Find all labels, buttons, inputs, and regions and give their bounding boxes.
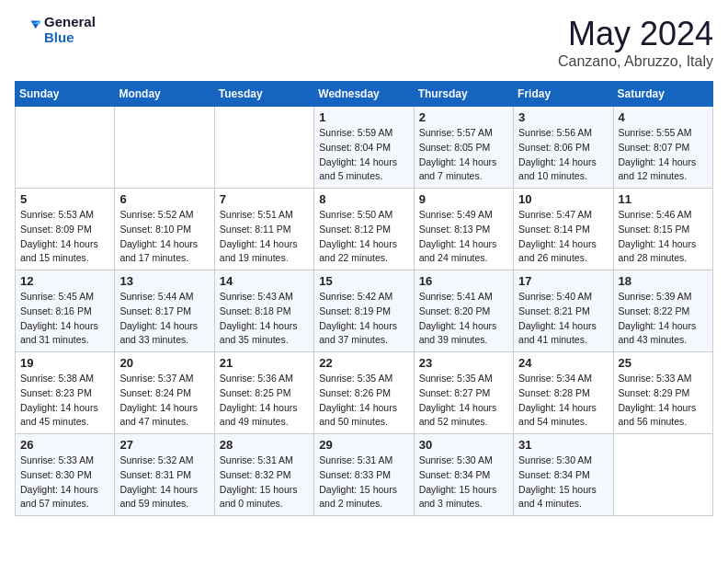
day-info: Sunrise: 5:38 AM Sunset: 8:23 PM Dayligh… [20, 372, 109, 430]
day-info: Sunrise: 5:41 AM Sunset: 8:20 PM Dayligh… [419, 290, 508, 348]
calendar-cell: 6Sunrise: 5:52 AM Sunset: 8:10 PM Daylig… [115, 189, 214, 270]
day-number: 12 [20, 274, 109, 288]
day-info: Sunrise: 5:30 AM Sunset: 8:34 PM Dayligh… [419, 454, 508, 511]
logo-text: General Blue [44, 15, 96, 45]
month-title: May 2024 [558, 15, 713, 53]
calendar-cell: 19Sunrise: 5:38 AM Sunset: 8:23 PM Dayli… [16, 352, 115, 434]
day-number: 4 [619, 110, 708, 124]
day-info: Sunrise: 5:42 AM Sunset: 8:19 PM Dayligh… [319, 290, 408, 348]
calendar-cell [613, 434, 712, 516]
day-info: Sunrise: 5:43 AM Sunset: 8:18 PM Dayligh… [220, 290, 309, 348]
day-info: Sunrise: 5:44 AM Sunset: 8:17 PM Dayligh… [119, 290, 209, 348]
day-info: Sunrise: 5:33 AM Sunset: 8:30 PM Dayligh… [20, 454, 109, 511]
calendar-cell: 23Sunrise: 5:35 AM Sunset: 8:27 PM Dayli… [414, 352, 513, 434]
calendar-cell: 25Sunrise: 5:33 AM Sunset: 8:29 PM Dayli… [613, 352, 712, 434]
day-info: Sunrise: 5:33 AM Sunset: 8:29 PM Dayligh… [619, 372, 708, 430]
calendar-cell: 22Sunrise: 5:35 AM Sunset: 8:26 PM Dayli… [314, 352, 414, 434]
page-header: General Blue May 2024 Canzano, Abruzzo, … [15, 15, 713, 70]
calendar-cell: 29Sunrise: 5:31 AM Sunset: 8:33 PM Dayli… [314, 434, 414, 516]
day-number: 15 [319, 274, 408, 288]
day-number: 14 [220, 274, 309, 288]
day-info: Sunrise: 5:40 AM Sunset: 8:21 PM Dayligh… [518, 290, 608, 348]
calendar-cell [115, 107, 214, 189]
day-info: Sunrise: 5:56 AM Sunset: 8:06 PM Dayligh… [518, 126, 608, 184]
day-number: 10 [518, 192, 608, 206]
calendar-cell: 5Sunrise: 5:53 AM Sunset: 8:09 PM Daylig… [16, 189, 115, 270]
day-number: 27 [119, 438, 209, 452]
calendar-cell [16, 107, 115, 189]
day-number: 9 [419, 192, 508, 206]
day-number: 26 [20, 438, 109, 452]
calendar-cell: 30Sunrise: 5:30 AM Sunset: 8:34 PM Dayli… [414, 434, 513, 516]
day-info: Sunrise: 5:46 AM Sunset: 8:15 PM Dayligh… [619, 208, 708, 266]
day-number: 8 [319, 192, 408, 206]
day-info: Sunrise: 5:55 AM Sunset: 8:07 PM Dayligh… [619, 126, 708, 184]
calendar-cell: 14Sunrise: 5:43 AM Sunset: 8:18 PM Dayli… [214, 270, 313, 352]
weekday-header-tuesday: Tuesday [214, 82, 313, 107]
day-number: 11 [619, 192, 708, 206]
day-number: 19 [20, 356, 109, 370]
calendar-cell: 3Sunrise: 5:56 AM Sunset: 8:06 PM Daylig… [514, 107, 613, 189]
calendar-cell: 10Sunrise: 5:47 AM Sunset: 8:14 PM Dayli… [514, 189, 613, 270]
day-info: Sunrise: 5:47 AM Sunset: 8:14 PM Dayligh… [518, 208, 608, 266]
day-info: Sunrise: 5:45 AM Sunset: 8:16 PM Dayligh… [20, 290, 109, 348]
calendar-cell: 8Sunrise: 5:50 AM Sunset: 8:12 PM Daylig… [314, 189, 414, 270]
calendar-cell: 11Sunrise: 5:46 AM Sunset: 8:15 PM Dayli… [613, 189, 712, 270]
weekday-header-saturday: Saturday [613, 82, 712, 107]
day-number: 20 [119, 356, 209, 370]
day-info: Sunrise: 5:52 AM Sunset: 8:10 PM Dayligh… [119, 208, 209, 266]
day-number: 16 [419, 274, 508, 288]
day-info: Sunrise: 5:30 AM Sunset: 8:34 PM Dayligh… [518, 454, 608, 511]
day-number: 2 [419, 110, 508, 124]
calendar-week-3: 12Sunrise: 5:45 AM Sunset: 8:16 PM Dayli… [16, 270, 713, 352]
day-info: Sunrise: 5:35 AM Sunset: 8:27 PM Dayligh… [419, 372, 508, 430]
calendar-cell: 2Sunrise: 5:57 AM Sunset: 8:05 PM Daylig… [414, 107, 513, 189]
calendar-week-1: 1Sunrise: 5:59 AM Sunset: 8:04 PM Daylig… [16, 107, 713, 189]
day-number: 29 [319, 438, 408, 452]
weekday-header-wednesday: Wednesday [314, 82, 414, 107]
day-number: 24 [518, 356, 608, 370]
day-info: Sunrise: 5:34 AM Sunset: 8:28 PM Dayligh… [518, 372, 608, 430]
day-number: 7 [220, 192, 309, 206]
logo: General Blue [15, 15, 96, 45]
day-number: 30 [419, 438, 508, 452]
day-info: Sunrise: 5:31 AM Sunset: 8:32 PM Dayligh… [220, 454, 309, 511]
calendar-week-2: 5Sunrise: 5:53 AM Sunset: 8:09 PM Daylig… [16, 189, 713, 270]
day-number: 22 [319, 356, 408, 370]
calendar-cell: 16Sunrise: 5:41 AM Sunset: 8:20 PM Dayli… [414, 270, 513, 352]
day-info: Sunrise: 5:36 AM Sunset: 8:25 PM Dayligh… [220, 372, 309, 430]
title-block: May 2024 Canzano, Abruzzo, Italy [558, 15, 713, 70]
day-info: Sunrise: 5:59 AM Sunset: 8:04 PM Dayligh… [319, 126, 408, 184]
logo-icon [15, 17, 40, 43]
day-info: Sunrise: 5:51 AM Sunset: 8:11 PM Dayligh… [220, 208, 309, 266]
calendar-cell: 24Sunrise: 5:34 AM Sunset: 8:28 PM Dayli… [514, 352, 613, 434]
day-info: Sunrise: 5:37 AM Sunset: 8:24 PM Dayligh… [119, 372, 209, 430]
weekday-header-monday: Monday [115, 82, 214, 107]
day-number: 23 [419, 356, 508, 370]
calendar-cell: 18Sunrise: 5:39 AM Sunset: 8:22 PM Dayli… [613, 270, 712, 352]
day-number: 18 [619, 274, 708, 288]
day-info: Sunrise: 5:35 AM Sunset: 8:26 PM Dayligh… [319, 372, 408, 430]
day-info: Sunrise: 5:57 AM Sunset: 8:05 PM Dayligh… [419, 126, 508, 184]
calendar-cell: 9Sunrise: 5:49 AM Sunset: 8:13 PM Daylig… [414, 189, 513, 270]
logo-blue: Blue [44, 30, 96, 46]
day-info: Sunrise: 5:50 AM Sunset: 8:12 PM Dayligh… [319, 208, 408, 266]
calendar-cell: 12Sunrise: 5:45 AM Sunset: 8:16 PM Dayli… [16, 270, 115, 352]
calendar-week-5: 26Sunrise: 5:33 AM Sunset: 8:30 PM Dayli… [16, 434, 713, 516]
weekday-header-sunday: Sunday [16, 82, 115, 107]
calendar-cell [214, 107, 313, 189]
day-number: 17 [518, 274, 608, 288]
logo-general: General [44, 15, 96, 30]
calendar-cell: 1Sunrise: 5:59 AM Sunset: 8:04 PM Daylig… [314, 107, 414, 189]
calendar-week-4: 19Sunrise: 5:38 AM Sunset: 8:23 PM Dayli… [16, 352, 713, 434]
day-info: Sunrise: 5:32 AM Sunset: 8:31 PM Dayligh… [119, 454, 209, 511]
weekday-header-row: SundayMondayTuesdayWednesdayThursdayFrid… [16, 82, 713, 107]
day-info: Sunrise: 5:49 AM Sunset: 8:13 PM Dayligh… [419, 208, 508, 266]
weekday-header-friday: Friday [514, 82, 613, 107]
day-number: 1 [319, 110, 408, 124]
day-number: 13 [119, 274, 209, 288]
calendar-cell: 27Sunrise: 5:32 AM Sunset: 8:31 PM Dayli… [115, 434, 214, 516]
calendar-cell: 26Sunrise: 5:33 AM Sunset: 8:30 PM Dayli… [16, 434, 115, 516]
calendar-table: SundayMondayTuesdayWednesdayThursdayFrid… [15, 81, 713, 516]
calendar-cell: 4Sunrise: 5:55 AM Sunset: 8:07 PM Daylig… [613, 107, 712, 189]
